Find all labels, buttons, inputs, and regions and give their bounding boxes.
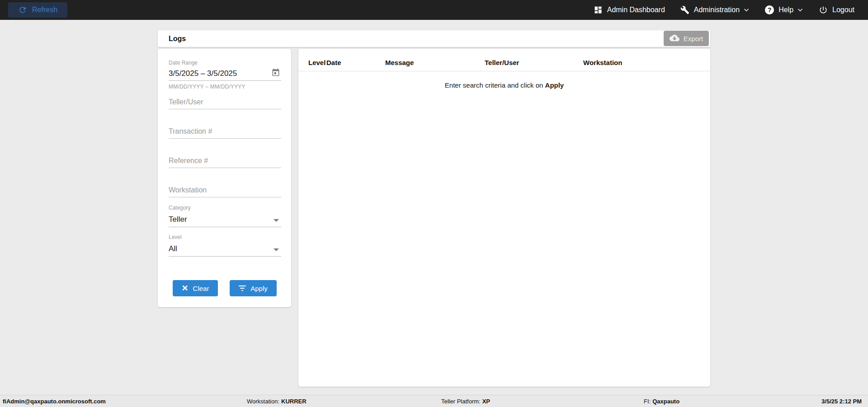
nav-label: Help	[778, 6, 793, 14]
export-button[interactable]: Export	[664, 31, 709, 46]
nav-help[interactable]: ? Help	[765, 5, 803, 14]
chevron-down-icon	[744, 7, 750, 13]
column-header-workstation: Workstation	[583, 59, 710, 71]
status-workstation: Workstation:KURRER	[247, 398, 307, 405]
table-header-row: Level Date Message Teller/User Workstati…	[298, 49, 710, 71]
empty-message-text: Enter search criteria and click on	[445, 81, 545, 89]
chevron-down-icon	[274, 219, 279, 222]
apply-button[interactable]: Apply	[230, 280, 277, 296]
status-fi-label: FI:	[644, 398, 651, 405]
reference-number-input[interactable]	[169, 156, 281, 168]
filter-panel: Date Range 3/5/2025 – 3/5/2025 MM/DD/YYY…	[158, 49, 291, 307]
nav-label: Admin Dashboard	[607, 6, 665, 14]
category-value: Teller	[169, 215, 187, 227]
date-range-label: Date Range	[169, 60, 198, 66]
status-datetime: 3/5/25 2:12 PM	[821, 398, 862, 405]
help-icon: ?	[765, 5, 774, 14]
column-header-teller-user: Teller/User	[485, 59, 583, 71]
refresh-label: Refresh	[32, 6, 57, 14]
power-icon	[819, 5, 828, 14]
clear-button[interactable]: ✕ Clear	[173, 280, 218, 296]
filter-icon	[239, 285, 246, 291]
status-user: fiAdmin@qaxpauto.onmicrosoft.com	[3, 398, 106, 405]
status-platform-label: Teller Platform:	[441, 398, 481, 405]
status-workstation-label: Workstation:	[247, 398, 279, 405]
column-header-message: Message	[385, 59, 485, 71]
page-title: Logs	[158, 35, 186, 43]
status-platform-value: XP	[482, 398, 490, 405]
column-header-date: Date	[326, 59, 385, 71]
dashboard-icon	[594, 5, 603, 14]
nav-label: Administration	[694, 6, 740, 14]
workstation-input[interactable]	[169, 185, 281, 197]
clear-label: Clear	[193, 285, 209, 292]
date-range-value[interactable]: 3/5/2025 – 3/5/2025	[169, 69, 237, 80]
teller-user-input[interactable]	[169, 97, 281, 109]
level-select[interactable]: All	[169, 242, 281, 257]
column-header-level: Level	[308, 59, 326, 71]
nav-logout[interactable]: Logout	[819, 5, 854, 14]
logs-toolbar: Logs Export	[158, 30, 710, 47]
refresh-button[interactable]: Refresh	[8, 2, 67, 18]
wrench-icon	[680, 5, 689, 14]
status-workstation-value: KURRER	[281, 398, 307, 405]
logs-table-panel: Level Date Message Teller/User Workstati…	[298, 49, 710, 387]
close-icon: ✕	[182, 284, 189, 292]
empty-state-message: Enter search criteria and click on Apply	[298, 81, 710, 89]
category-select[interactable]: Teller	[169, 213, 281, 227]
transaction-number-input[interactable]	[169, 126, 281, 139]
apply-label: Apply	[250, 285, 268, 292]
level-value: All	[169, 244, 177, 256]
top-bar: Refresh Admin Dashboard Administration ?…	[0, 0, 868, 20]
refresh-icon	[18, 5, 27, 14]
nav-admin-dashboard[interactable]: Admin Dashboard	[594, 5, 665, 14]
top-nav: Admin Dashboard Administration ? Help Lo…	[594, 5, 868, 14]
status-fi: FI:Qaxpauto	[644, 398, 679, 405]
status-bar: fiAdmin@qaxpauto.onmicrosoft.com Worksta…	[0, 395, 868, 407]
empty-message-apply: Apply	[545, 81, 564, 89]
nav-administration[interactable]: Administration	[680, 5, 750, 14]
nav-label: Logout	[832, 6, 854, 14]
category-label: Category	[169, 205, 191, 211]
chevron-down-icon	[798, 7, 803, 13]
calendar-icon[interactable]	[271, 68, 281, 80]
date-range-field[interactable]: 3/5/2025 – 3/5/2025	[169, 68, 281, 81]
status-teller-platform: Teller Platform:XP	[441, 398, 490, 405]
status-fi-value: Qaxpauto	[652, 398, 679, 405]
level-label: Level	[169, 234, 182, 240]
date-range-hint: MM/DD/YYYY – MM/DD/YYYY	[169, 84, 245, 90]
chevron-down-icon	[274, 248, 279, 251]
cloud-download-icon	[670, 33, 679, 44]
export-label: Export	[684, 35, 703, 42]
